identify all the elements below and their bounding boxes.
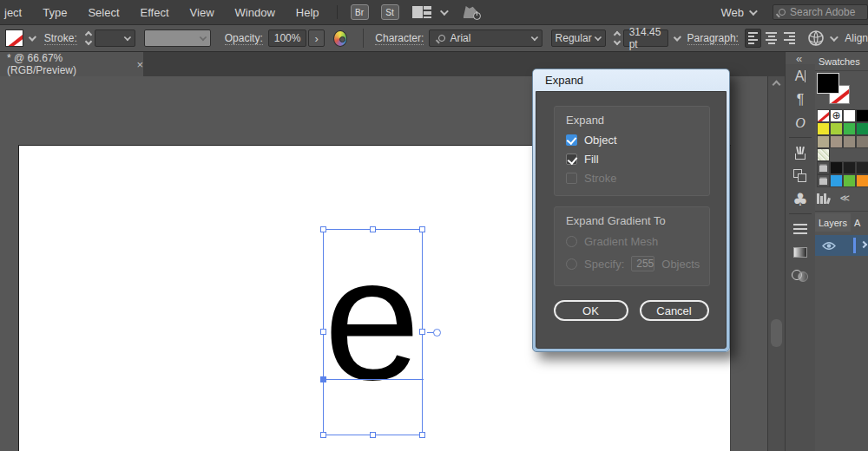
swatch[interactable] (843, 161, 856, 174)
chevron-down-icon[interactable] (673, 33, 681, 41)
opacity-label[interactable]: Opacity: (225, 32, 263, 45)
swatch[interactable] (843, 122, 856, 135)
bridge-button[interactable]: Br (351, 4, 369, 20)
toolbar-separator (363, 29, 364, 48)
swatch[interactable] (856, 174, 868, 187)
font-size-stepper[interactable] (615, 32, 620, 44)
vertical-scrollbar[interactable] (767, 76, 785, 451)
menu-effect[interactable]: Effect (130, 6, 180, 19)
megaphone-power-icon[interactable] (464, 4, 481, 20)
chevron-down-icon[interactable] (29, 33, 36, 41)
collapse-panels-icon[interactable]: « (796, 52, 802, 65)
dialog-title-bar[interactable]: Expand (533, 69, 729, 91)
arrange-documents-icon[interactable] (412, 6, 431, 18)
stroke-label[interactable]: Stroke: (44, 32, 77, 45)
text-port-handle[interactable] (433, 329, 441, 337)
swatch[interactable] (856, 135, 868, 148)
font-family-field[interactable]: Arial (429, 29, 542, 47)
workspace-switcher[interactable]: Web (721, 6, 761, 19)
handle-bottom-left[interactable] (320, 432, 326, 438)
ok-button[interactable]: OK (554, 300, 628, 321)
gradient-panel-icon[interactable] (787, 240, 813, 264)
swatch[interactable] (830, 122, 843, 135)
stroke-panel-icon[interactable] (787, 217, 813, 240)
handle-top-center[interactable] (370, 226, 376, 232)
swatch-libraries-icon[interactable] (817, 193, 830, 204)
tab-artboards-clipped[interactable]: A (851, 213, 864, 232)
scroll-up-icon[interactable] (773, 81, 781, 89)
scrollbar-thumb[interactable] (771, 319, 782, 347)
chevron-down-icon[interactable] (439, 7, 448, 16)
handle-mid-left[interactable] (320, 329, 326, 335)
handle-top-right[interactable] (419, 226, 425, 232)
symbols-panel-icon[interactable]: ♣ (787, 187, 813, 211)
swatch[interactable] (856, 122, 868, 135)
swatch[interactable] (856, 109, 868, 122)
stock-button[interactable]: St (381, 4, 399, 20)
font-style-dropdown[interactable]: Regular (551, 29, 606, 47)
cancel-button[interactable]: Cancel (640, 300, 709, 321)
search-icon (779, 9, 786, 16)
opacity-expand-button[interactable]: › (308, 29, 324, 47)
swatch[interactable] (830, 161, 843, 174)
brushes-panel-icon[interactable] (787, 141, 813, 164)
fill-proxy-black[interactable] (817, 73, 839, 94)
paragraph-label[interactable]: Paragraph: (687, 32, 739, 45)
align-right-button[interactable] (781, 29, 798, 48)
swatch[interactable] (856, 161, 868, 174)
graphic-styles-panel-icon[interactable] (787, 164, 813, 187)
menu-object[interactable]: ject (0, 6, 32, 19)
swatch[interactable] (843, 174, 856, 187)
object-checkbox-row[interactable]: Object (566, 134, 698, 147)
align-left-button[interactable] (745, 29, 761, 48)
opacity-value[interactable]: 100% (268, 29, 307, 47)
envelope-warp-control[interactable] (807, 29, 841, 47)
swatch-kinds-icon[interactable]: ≪ (840, 193, 850, 204)
swatch[interactable] (817, 122, 830, 135)
pattern-swatch[interactable] (817, 148, 830, 161)
transparency-panel-icon[interactable] (787, 264, 813, 287)
recolor-artwork-icon[interactable] (333, 30, 347, 47)
align-center-button[interactable] (763, 29, 779, 48)
swatch[interactable] (843, 109, 856, 122)
swatch[interactable] (817, 135, 830, 148)
tab-layers[interactable]: Layers (815, 213, 851, 232)
document-tab[interactable]: * @ 66.67% (RGB/Preview) × (0, 52, 143, 76)
stroke-weight-stepper[interactable] (86, 32, 91, 44)
opentype-panel-icon[interactable]: O (787, 111, 813, 134)
menu-select[interactable]: Select (77, 6, 129, 19)
search-input[interactable]: Search Adobe (773, 4, 868, 20)
menu-help[interactable]: Help (286, 6, 330, 19)
swatch[interactable] (843, 135, 856, 148)
layer-row-selected[interactable] (815, 235, 868, 256)
baseline-anchor-handle[interactable] (320, 376, 326, 382)
none-swatch[interactable] (817, 109, 830, 122)
dialog-buttons: OK Cancel (536, 300, 726, 321)
handle-mid-right[interactable] (419, 329, 425, 335)
folder-swatch[interactable] (817, 161, 830, 174)
object-checkbox-checked[interactable] (566, 134, 577, 146)
handle-top-left[interactable] (320, 226, 326, 232)
menu-view[interactable]: View (180, 6, 225, 19)
character-panel-icon[interactable]: A (787, 64, 813, 88)
swatch[interactable] (830, 174, 843, 187)
stroke-weight-dropdown[interactable] (95, 29, 135, 47)
paragraph-panel-icon[interactable]: ¶ (787, 88, 813, 111)
align-panel-label[interactable]: Align (845, 32, 868, 44)
layer-expand-icon[interactable] (860, 241, 867, 248)
menu-type[interactable]: Type (32, 6, 77, 19)
handle-bottom-center[interactable] (370, 432, 376, 438)
folder-swatch[interactable] (817, 174, 830, 187)
character-label[interactable]: Character: (375, 32, 424, 45)
swatch[interactable] (830, 135, 843, 148)
handle-bottom-right[interactable] (419, 432, 425, 438)
fill-none-swatch[interactable] (5, 29, 23, 47)
visibility-eye-icon[interactable] (822, 241, 836, 251)
menu-window[interactable]: Window (225, 6, 286, 19)
reg-swatch[interactable]: ⊕ (830, 109, 843, 122)
tab-swatches[interactable]: Swatches (815, 52, 864, 70)
fill-checkbox-checked[interactable] (566, 154, 577, 165)
close-tab-icon[interactable]: × (136, 58, 143, 71)
fill-checkbox-row[interactable]: Fill (566, 153, 698, 166)
font-size-value[interactable]: 314.45 pt (623, 29, 668, 47)
